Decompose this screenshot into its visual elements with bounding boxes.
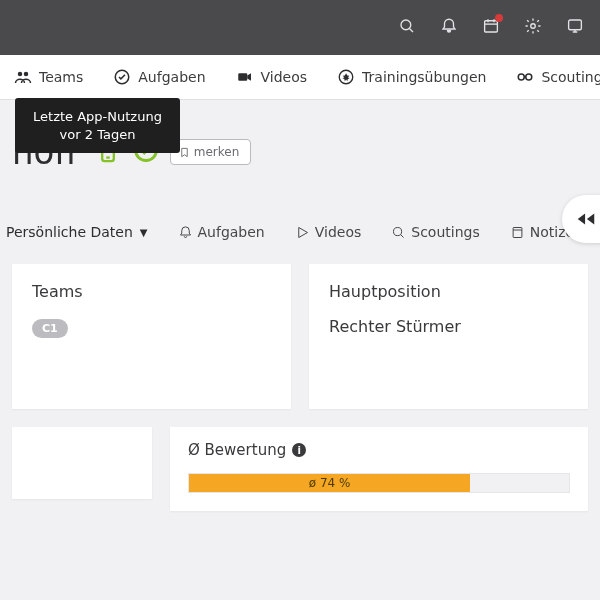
teams-card: Teams C1 xyxy=(12,264,291,409)
notification-dot xyxy=(495,14,503,22)
rating-bar-fill: ø 74 % xyxy=(189,474,470,492)
rating-title: Ø Bewertung xyxy=(188,441,286,459)
nav-scouting[interactable]: Scouting xyxy=(508,62,600,92)
svg-rect-7 xyxy=(569,20,582,30)
info-icon[interactable]: i xyxy=(292,443,306,457)
last-usage-tooltip: Letzte App-Nutzung vor 2 Tagen xyxy=(15,98,180,153)
nav-teams[interactable]: Teams xyxy=(6,62,91,92)
gear-icon[interactable] xyxy=(524,17,542,39)
bell-icon[interactable] xyxy=(440,17,458,39)
svg-rect-2 xyxy=(485,20,498,31)
team-badge[interactable]: C1 xyxy=(32,319,68,338)
nav-teams-label: Teams xyxy=(39,69,83,85)
sub-nav: Persönliche Daten▼ Aufgaben Videos Scout… xyxy=(0,218,600,246)
svg-point-8 xyxy=(18,72,23,77)
topbar xyxy=(0,0,600,55)
nav-scouting-label: Scouting xyxy=(541,69,600,85)
rating-card: Ø Bewertungi ø 74 % xyxy=(170,427,588,511)
help-icon[interactable] xyxy=(566,17,584,39)
svg-rect-11 xyxy=(238,73,247,81)
nav-training[interactable]: Trainingsübungen xyxy=(329,62,494,92)
nav-aufgaben[interactable]: Aufgaben xyxy=(105,62,213,92)
subnav-scoutings[interactable]: Scoutings xyxy=(389,218,481,246)
merken-label: merken xyxy=(194,145,240,159)
rating-bar: ø 74 % xyxy=(188,473,570,493)
nav-training-label: Trainingsübungen xyxy=(362,69,486,85)
nav-videos-label: Videos xyxy=(261,69,308,85)
subnav-videos[interactable]: Videos xyxy=(293,218,364,246)
position-value: Rechter Stürmer xyxy=(329,317,568,336)
subnav-videos-label: Videos xyxy=(315,224,362,240)
svg-point-19 xyxy=(394,227,402,235)
row-2: Ø Bewertungi ø 74 % xyxy=(0,409,600,511)
search-icon[interactable] xyxy=(398,17,416,39)
main-nav: Teams Aufgaben Videos Trainingsübungen S… xyxy=(0,55,600,100)
subnav-scoutings-label: Scoutings xyxy=(411,224,479,240)
subnav-aufgaben-label: Aufgaben xyxy=(198,224,265,240)
subnav-personal[interactable]: Persönliche Daten▼ xyxy=(4,218,150,246)
merken-button[interactable]: merken xyxy=(170,139,252,165)
svg-point-0 xyxy=(401,20,411,30)
calendar-icon[interactable] xyxy=(482,17,500,39)
info-cards: Teams C1 Hauptposition Rechter Stürmer xyxy=(0,246,600,409)
svg-point-14 xyxy=(526,74,532,80)
nav-videos[interactable]: Videos xyxy=(228,62,316,92)
position-card: Hauptposition Rechter Stürmer xyxy=(309,264,588,409)
nav-aufgaben-label: Aufgaben xyxy=(138,69,205,85)
svg-point-6 xyxy=(531,23,536,28)
svg-point-9 xyxy=(24,72,29,77)
svg-rect-21 xyxy=(513,227,522,237)
empty-card xyxy=(12,427,152,499)
svg-line-1 xyxy=(409,28,413,32)
chevron-down-icon: ▼ xyxy=(140,227,148,238)
position-card-title: Hauptposition xyxy=(329,282,568,301)
subnav-personal-label: Persönliche Daten xyxy=(6,224,133,240)
svg-point-13 xyxy=(519,74,525,80)
svg-line-20 xyxy=(401,234,404,237)
teams-card-title: Teams xyxy=(32,282,271,301)
subnav-aufgaben[interactable]: Aufgaben xyxy=(176,218,267,246)
rating-header: Ø Bewertungi xyxy=(188,441,570,459)
